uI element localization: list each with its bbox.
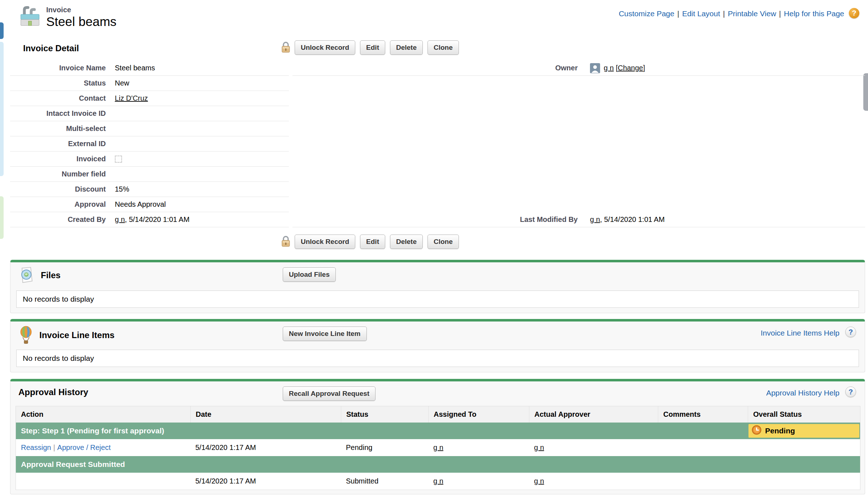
assigned-to-cell: g n bbox=[428, 473, 529, 490]
top-link-customize-page[interactable]: Customize Page bbox=[619, 9, 674, 18]
files-section-icon bbox=[18, 267, 35, 284]
field-value-status: New bbox=[115, 79, 129, 87]
approval-history-help-link[interactable]: Approval History Help bbox=[766, 389, 839, 397]
invoice-entity-factory-icon bbox=[19, 5, 41, 26]
action-link-approve-reject[interactable]: Approve / Reject bbox=[57, 443, 111, 451]
column-header-action: Action bbox=[16, 406, 190, 423]
edit-button[interactable]: Edit bbox=[360, 235, 385, 249]
approval-history-section: Approval History Recall Approval Request… bbox=[10, 379, 865, 494]
entity-label: Invoice bbox=[46, 6, 71, 14]
field-row-invoice-name: Invoice NameSteel beams bbox=[10, 61, 289, 76]
record-lock-icon bbox=[282, 236, 290, 248]
pending-clock-icon bbox=[752, 425, 761, 437]
field-row-intacct-invoice-id: Intacct Invoice ID bbox=[10, 106, 289, 121]
field-label-created-by: Created By bbox=[10, 215, 106, 224]
field-label-approval: Approval bbox=[10, 200, 106, 209]
files-section-title: Files bbox=[41, 270, 61, 280]
action-cell bbox=[16, 473, 190, 490]
field-value-created-by: g n, 5/14/2020 1:01 AM bbox=[115, 215, 190, 224]
field-label-invoiced: Invoiced bbox=[10, 155, 106, 163]
field-row-approval: ApprovalNeeds Approval bbox=[10, 197, 289, 212]
last-modified-by-label: Last Modified By bbox=[292, 215, 578, 224]
overall-status-badge-pending: Pending bbox=[748, 424, 859, 438]
unlock-record-button[interactable]: Unlock Record bbox=[295, 235, 355, 249]
overall-status-empty-cell bbox=[748, 439, 860, 456]
approval-step-band-2: Approval Request Submitted bbox=[16, 456, 860, 473]
date-cell: 5/14/2020 1:17 AM bbox=[190, 473, 341, 490]
delete-button[interactable]: Delete bbox=[390, 235, 423, 249]
field-row-number-field: Number field bbox=[10, 167, 289, 182]
field-label-status: Status bbox=[10, 79, 106, 87]
field-label-external-id: External ID bbox=[10, 140, 106, 148]
unlock-record-button[interactable]: Unlock Record bbox=[295, 40, 355, 55]
clone-button[interactable]: Clone bbox=[428, 235, 459, 249]
edit-button[interactable]: Edit bbox=[360, 40, 385, 55]
detail-fields-left-column: Invoice NameSteel beamsStatusNewContactL… bbox=[10, 61, 289, 227]
sidebar-sliver-green bbox=[0, 196, 4, 239]
field-link-contact[interactable]: Liz D'Cruz bbox=[115, 94, 148, 102]
invoice-line-items-help-link[interactable]: Invoice Line Items Help bbox=[761, 329, 839, 337]
owner-avatar bbox=[590, 63, 600, 73]
field-label-contact: Contact bbox=[10, 94, 106, 102]
upload-files-button[interactable]: Upload Files bbox=[283, 267, 336, 282]
assigned-to-user-link[interactable]: g n bbox=[433, 443, 443, 451]
field-row-multi-select: Multi-select bbox=[10, 121, 289, 136]
clone-button[interactable]: Clone bbox=[428, 40, 459, 55]
invoice-line-items-help-icon[interactable]: ? bbox=[845, 327, 856, 337]
owner-change-link[interactable]: [Change] bbox=[616, 64, 645, 72]
new-invoice-line-item-button[interactable]: New Invoice Line Item bbox=[283, 327, 367, 341]
top-link-printable-view[interactable]: Printable View bbox=[728, 9, 776, 18]
invoice-line-items-empty-message: No records to display bbox=[16, 350, 859, 367]
delete-button[interactable]: Delete bbox=[390, 40, 423, 55]
column-header-assigned-to: Assigned To bbox=[428, 406, 529, 423]
approval-history-table: ActionDateStatusAssigned ToActual Approv… bbox=[16, 406, 860, 490]
field-value-approval: Needs Approval bbox=[115, 200, 166, 209]
page-action-links: Customize Page|Edit Layout|Printable Vie… bbox=[619, 9, 844, 18]
assigned-to-cell: g n bbox=[428, 439, 529, 456]
page-title: Steel beams bbox=[46, 14, 117, 29]
step-band-label: Step: Step 1 (Pending for first approval… bbox=[16, 427, 748, 435]
record-lock-icon bbox=[282, 41, 290, 54]
owner-user-link[interactable]: g n bbox=[604, 64, 614, 72]
actual-approver-user-link[interactable]: g n bbox=[534, 477, 544, 485]
field-row-last-modified-by: Last Modified By g n, 5/14/2020 1:01 AM bbox=[292, 212, 865, 227]
overall-status-cell: Pending bbox=[748, 423, 860, 439]
top-link-help-for-this-page[interactable]: Help for this Page bbox=[784, 9, 844, 18]
invoiced-checkbox-unchecked bbox=[115, 156, 122, 163]
comments-cell bbox=[658, 473, 748, 490]
detail-section-title: Invoice Detail bbox=[23, 43, 79, 53]
field-label-intacct-invoice-id: Intacct Invoice ID bbox=[10, 109, 106, 118]
actual-approver-user-link[interactable]: g n bbox=[534, 443, 544, 451]
sidebar-sliver-blue bbox=[0, 22, 4, 39]
files-empty-message: No records to display bbox=[16, 290, 859, 308]
field-label-number-field: Number field bbox=[10, 170, 106, 178]
action-link-reassign[interactable]: Reassign bbox=[21, 443, 51, 451]
approval-history-row-3: 5/14/2020 1:17 AMSubmittedg ng n bbox=[16, 473, 860, 490]
page-help-icon[interactable]: ? bbox=[849, 8, 859, 18]
approval-history-section-title: Approval History bbox=[18, 387, 88, 397]
approval-table-header-row: ActionDateStatusAssigned ToActual Approv… bbox=[16, 406, 860, 423]
created-by-user-link[interactable]: g n bbox=[115, 215, 125, 223]
approval-history-row-1: Reassign|Approve / Reject5/14/2020 1:17 … bbox=[16, 439, 860, 456]
action-cell: Reassign|Approve / Reject bbox=[16, 439, 190, 456]
files-section: Files Upload Files No records to display bbox=[10, 260, 865, 313]
step-band-label: Approval Request Submitted bbox=[16, 460, 748, 469]
field-row-invoiced: Invoiced bbox=[10, 152, 289, 167]
overall-status-cell bbox=[748, 456, 860, 473]
field-label-invoice-name: Invoice Name bbox=[10, 64, 106, 72]
invoice-line-items-section-title: Invoice Line Items bbox=[39, 330, 114, 340]
last-modified-user-link[interactable]: g n bbox=[590, 215, 600, 223]
field-value-discount: 15% bbox=[115, 185, 129, 193]
approval-history-help-icon[interactable]: ? bbox=[845, 386, 856, 397]
field-label-discount: Discount bbox=[10, 185, 106, 193]
field-row-external-id: External ID bbox=[10, 136, 289, 152]
detail-fields-right-column: Owner g n [Change] Last Modified By g n,… bbox=[292, 61, 865, 227]
date-cell: 5/14/2020 1:17 AM bbox=[190, 439, 341, 456]
assigned-to-user-link[interactable]: g n bbox=[433, 477, 443, 485]
column-header-date: Date bbox=[190, 406, 341, 423]
top-link-edit-layout[interactable]: Edit Layout bbox=[682, 9, 720, 18]
last-modified-datetime: , 5/14/2020 1:01 AM bbox=[600, 215, 665, 223]
recall-approval-request-button[interactable]: Recall Approval Request bbox=[283, 386, 376, 401]
overall-status-badge-label: Pending bbox=[765, 427, 795, 435]
actual-approver-cell: g n bbox=[529, 473, 658, 490]
